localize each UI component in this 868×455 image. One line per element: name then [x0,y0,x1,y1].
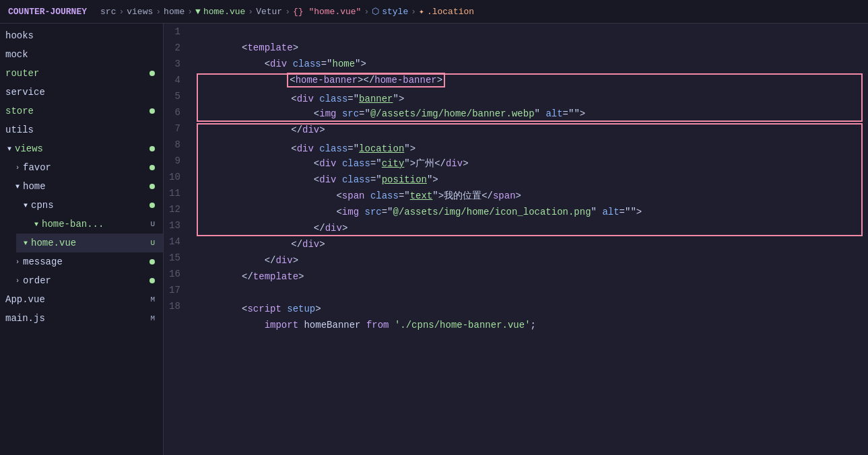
code-line-9: <div class="position"> [197,155,863,172]
file-badge: M [150,314,155,322]
sidebar-item-label: router [5,68,149,79]
sidebar-item-favor[interactable]: › favor [8,158,163,177]
sidebar-item-label: store [5,106,149,116]
vue-icon: ▼ [195,7,201,17]
sidebar-item-router[interactable]: router [0,64,163,83]
sidebar-item-mock[interactable]: mock [0,45,163,64]
chevron-right-icon: › [13,277,22,285]
breadcrumb-home[interactable]: home [164,7,185,17]
chevron-down-icon: ▼ [22,239,30,247]
modified-dot [149,278,155,283]
code-line-7: <div class="location"> [197,123,863,139]
code-area: <template> <div class="home"> <home-bann… [191,24,868,455]
breadcrumb-vetur[interactable]: Vetur [256,7,282,17]
sidebar-item-homeban[interactable]: ▼ home-ban... U [0,215,163,234]
code-line-3: <home-banner></home-banner> [197,56,863,72]
code-editor[interactable]: 1 2 3 4 5 6 7 8 9 10 11 12 13 14 15 16 1… [164,24,868,455]
sidebar-item-views[interactable]: ▼ views [0,139,163,158]
code-line-12: </div> [197,204,863,220]
sidebar-item-label: home.vue [31,238,150,248]
code-line-15: </template> [197,252,863,269]
chevron-right-icon: › [13,164,22,172]
code-line-10: <span class="text">我的位置</span> [197,172,863,188]
code-line-17: <script setup> [197,285,863,301]
sidebar-item-label: message [23,256,149,267]
breadcrumb-brace[interactable]: {} "home.vue" [293,7,361,17]
sidebar-item-appvue[interactable]: App.vue M [0,290,163,309]
code-line-6: </div> [197,106,863,122]
sidebar-item-label: service [5,87,158,98]
breadcrumb-style[interactable]: style [382,7,408,17]
file-badge: M [150,295,155,304]
breadcrumb-views[interactable]: views [127,7,153,17]
breadcrumb-homevue[interactable]: home.vue [203,7,245,17]
sidebar-item-order[interactable]: › order [8,271,163,290]
code-line-4: <div class="banner"> [197,73,863,90]
sidebar-item-message[interactable]: › message [8,252,163,271]
chevron-down-icon: ▼ [5,145,13,153]
sidebar-item-label: cpns [31,200,149,211]
css-icon: ✦ [419,6,424,17]
modified-dot [149,259,155,265]
main-layout: hooks mock router service store utils ▼ … [0,24,868,455]
code-line-8: <div class="city">广州</div> [197,139,863,155]
sidebar-item-label: order [23,275,149,286]
chevron-right-icon: › [13,258,22,266]
breadcrumb-location[interactable]: .location [427,7,474,17]
sidebar-item-label: home [23,181,149,192]
sidebar-item-store[interactable]: store [0,102,163,120]
modified-dot [149,71,155,76]
sidebar-item-label: App.vue [5,294,150,305]
breadcrumb: src › views › home › ▼ home.vue › Vetur … [100,6,474,17]
modified-dot [149,203,155,208]
code-line-16 [197,269,863,285]
sidebar-item-label: main.js [5,313,150,324]
file-badge: U [150,220,155,228]
sidebar-item-hooks[interactable]: hooks [0,26,163,45]
file-badge: U [150,239,155,247]
chevron-down-icon: ▼ [32,220,40,228]
title-bar: COUNTER-JOURNEY src › views › home › ▼ h… [0,0,868,24]
code-line-13: </div> [197,220,863,236]
code-line-14: </div> [197,236,863,252]
modified-dot [149,146,155,151]
code-line-11: <img src="@/assets/img/home/icon_locatio… [197,188,863,204]
sidebar-item-label: home-ban... [42,219,150,230]
sidebar-item-label: hooks [5,30,158,41]
sidebar-item-home[interactable]: ▼ home [8,177,163,196]
code-line-5: <img src="@/assets/img/home/banner.webp"… [197,90,863,106]
code-line-18: import homeBanner from './cpns/home-bann… [197,301,863,317]
sidebar-item-service[interactable]: service [0,83,163,102]
breadcrumb-src[interactable]: src [100,7,116,17]
sidebar-item-label: views [15,143,149,154]
sidebar-item-label: favor [23,162,149,173]
chevron-down-icon: ▼ [22,201,30,209]
code-line-1: <template> [197,24,863,40]
sidebar: hooks mock router service store utils ▼ … [0,24,164,455]
modified-dot [149,184,155,189]
sidebar-item-cpns[interactable]: ▼ cpns [16,196,163,215]
line-numbers: 1 2 3 4 5 6 7 8 9 10 11 12 13 14 15 16 1… [164,24,191,455]
sidebar-item-homevue[interactable]: ▼ home.vue U [16,234,163,252]
app-name: COUNTER-JOURNEY [8,7,87,17]
sidebar-item-label: mock [5,49,158,60]
cube-icon: ⬡ [372,6,379,17]
modified-dot [149,165,155,170]
chevron-down-icon: ▼ [13,182,22,190]
modified-dot [149,108,155,114]
code-line-2: <div class="home"> [197,40,863,56]
sidebar-item-utils[interactable]: utils [0,120,163,139]
sidebar-item-mainjs[interactable]: main.js M [0,309,163,328]
sidebar-item-label: utils [5,125,158,135]
